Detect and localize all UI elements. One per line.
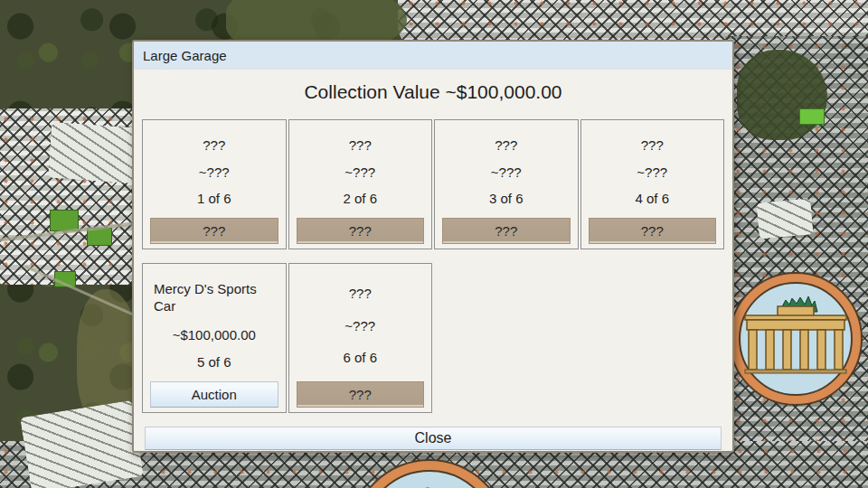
slot-name: Mercy D's Sports Car xyxy=(150,281,278,315)
garage-slot-card-4: ??? ~??? 4 of 6 ??? xyxy=(580,119,725,249)
garage-slot-card-3: ??? ~??? 3 of 6 ??? xyxy=(434,119,579,249)
slot-value: ~??? xyxy=(150,164,278,180)
slot-value: ~??? xyxy=(297,164,425,180)
slot-value: ~$100,000.00 xyxy=(150,327,278,343)
slot-unknown-button[interactable]: ??? xyxy=(150,218,278,244)
building-cluster xyxy=(756,198,813,239)
garage-slot-row-2: Mercy D's Sports Car ~$100,000.00 5 of 6… xyxy=(142,263,724,413)
brandenburg-gate-icon xyxy=(727,270,864,408)
dialog-titlebar: Large Garage xyxy=(134,42,732,70)
garage-slot-card-5: Mercy D's Sports Car ~$100,000.00 5 of 6… xyxy=(142,263,287,413)
slot-value: ~??? xyxy=(589,164,717,180)
slot-position: 3 of 6 xyxy=(442,191,571,206)
slot-name: ??? xyxy=(297,286,425,301)
slot-position: 1 of 6 xyxy=(150,191,278,206)
park-area-right xyxy=(737,50,827,140)
slot-unknown-button[interactable]: ??? xyxy=(589,218,717,244)
collection-value-heading: Collection Value ~$100,000.00 xyxy=(134,70,732,108)
slot-unknown-button[interactable]: ??? xyxy=(297,381,425,408)
slot-unknown-button[interactable]: ??? xyxy=(442,218,571,244)
slot-value: ~??? xyxy=(442,164,571,180)
slot-position: 6 of 6 xyxy=(297,350,425,365)
dialog-title: Large Garage xyxy=(143,48,227,63)
slot-position: 4 of 6 xyxy=(589,191,717,206)
slot-unknown-button[interactable]: ??? xyxy=(297,218,425,244)
slot-name: ??? xyxy=(297,137,425,153)
close-button[interactable]: Close xyxy=(145,427,722,450)
garage-slot-card-6: ??? ~??? 6 of 6 ??? xyxy=(288,263,433,413)
slot-name: ??? xyxy=(442,137,571,153)
auction-button[interactable]: Auction xyxy=(150,381,278,408)
building-cluster xyxy=(48,122,137,183)
field-patch xyxy=(799,108,825,125)
slot-position: 2 of 6 xyxy=(297,191,425,206)
garage-slot-card-1: ??? ~??? 1 of 6 ??? xyxy=(142,119,287,249)
slot-value: ~??? xyxy=(297,318,425,333)
slot-name: ??? xyxy=(150,137,278,153)
garage-slot-card-2: ??? ~??? 2 of 6 ??? xyxy=(288,119,433,249)
slot-name: ??? xyxy=(589,137,717,153)
game-screen: Large Garage Collection Value ~$100,000.… xyxy=(0,0,868,488)
garage-slot-row-1: ??? ~??? 1 of 6 ??? ??? ~??? 2 of 6 ??? … xyxy=(142,119,724,249)
slot-position: 5 of 6 xyxy=(150,354,278,370)
large-garage-dialog: Large Garage Collection Value ~$100,000.… xyxy=(132,40,734,453)
circular-landmark-icon xyxy=(348,456,511,488)
